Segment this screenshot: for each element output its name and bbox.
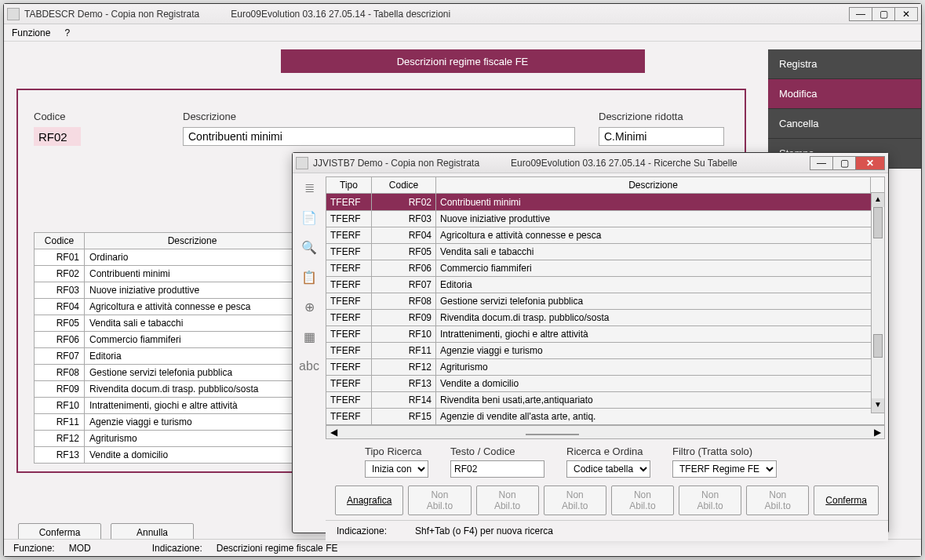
minimize-button[interactable]: — (849, 7, 872, 21)
th-descr: Descrizione (85, 233, 300, 249)
tool-icon-0[interactable]: ≣ (300, 178, 319, 197)
table-row[interactable]: RF06Commercio fiammiferi (35, 332, 300, 348)
grid-row[interactable]: TFERFRF14Rivendita beni usati,arte,antiq… (326, 392, 885, 409)
label-ordina: Ricerca e Ordina (566, 445, 650, 457)
table-row[interactable]: RF10Intrattenimenti, giochi e altre atti… (35, 398, 300, 414)
non-abil-6: Non Abil.to (746, 485, 809, 515)
grid-row[interactable]: TFERFRF03Nuove iniziative produttive (326, 211, 885, 227)
maximize-button[interactable]: ▢ (872, 7, 895, 21)
lookup-grid[interactable]: Tipo Codice Descrizione TFERFRF02Contrib… (326, 176, 885, 439)
tool-icon-2[interactable]: 🔍 (300, 238, 319, 256)
select-ordina[interactable]: Codice tabella (566, 460, 650, 478)
lookup-button-row: Anagrafica Non Abil.to Non Abil.to Non A… (326, 481, 888, 520)
grid-row[interactable]: TFERFRF02Contribuenti minimi (326, 194, 885, 211)
hint-text: Shf+Tab (o F4) per nuova ricerca (415, 525, 553, 536)
action-modifica[interactable]: Modifica (768, 79, 921, 109)
tool-icon-column: ≣📄🔍📋⊕▦abc (293, 173, 326, 533)
tool-icon-3[interactable]: 📋 (300, 267, 319, 286)
main-titlebar: TABDESCR Demo - Copia non Registrata Eur… (4, 4, 921, 24)
grid-row[interactable]: TFERFRF08Gestione servizi telefonia pubb… (326, 293, 885, 310)
lookup-title-b: Euro09Evolution 03.16 27.05.14 - Ricerch… (511, 158, 737, 169)
th-codice: Codice (35, 233, 85, 249)
tool-icon-4[interactable]: ⊕ (300, 297, 319, 316)
action-cancella[interactable]: Cancella (768, 109, 921, 139)
lookup-titlebar: JJVISTB7 Demo - Copia non Registrata Eur… (293, 153, 888, 173)
horizontal-scrollbar[interactable]: ◀ ▶ (326, 425, 885, 439)
gh-descr: Descrizione (436, 177, 871, 194)
status-ind: Descrizioni regime fiscale FE (217, 543, 338, 554)
label-tipo-ricerca: Tipo Ricerca (365, 445, 428, 457)
table-row[interactable]: RF07Editoria (35, 348, 300, 365)
search-row: Tipo Ricerca Inizia con Testo / Codice R… (326, 439, 888, 481)
grid-row[interactable]: TFERFRF11Agenzie viaggi e turismo (326, 343, 885, 359)
tool-icon-5[interactable]: ▦ (300, 327, 319, 346)
code-table[interactable]: Codice Descrizione RF01OrdinarioRF02Cont… (34, 232, 300, 464)
menu-bar: Funzione ? (4, 24, 921, 42)
non-abil-1: Non Abil.to (408, 485, 471, 515)
menu-help[interactable]: ? (58, 26, 76, 40)
gh-codice: Codice (372, 177, 436, 194)
grid-row[interactable]: TFERFRF10Intrattenimenti, giochi e altre… (326, 326, 885, 343)
non-abil-2: Non Abil.to (476, 485, 539, 515)
scroll-thumb2[interactable] (873, 334, 883, 358)
menu-funzione[interactable]: Funzione (5, 26, 56, 40)
table-row[interactable]: RF02Contribuenti minimi (35, 266, 300, 282)
table-row[interactable]: RF09Rivendita docum.di trasp. pubblico/s… (35, 381, 300, 398)
non-abil-5: Non Abil.to (679, 485, 741, 515)
anagrafica-button[interactable]: Anagrafica (335, 485, 403, 515)
status-funz: MOD (69, 543, 91, 554)
select-tipo-ricerca[interactable]: Inizia con (365, 460, 428, 478)
lookup-app-icon (296, 157, 308, 169)
field-codice[interactable]: RF02 (34, 127, 81, 146)
table-row[interactable]: RF12Agriturismo (35, 431, 300, 447)
status-bar: Funzione: MOD Indicazione: Descrizioni r… (4, 539, 921, 556)
table-row[interactable]: RF01Ordinario (35, 249, 300, 266)
grid-row[interactable]: TFERFRF09Rivendita docum.di trasp. pubbl… (326, 310, 885, 326)
hint-bar: Indicazione: Shf+Tab (o F4) per nuova ri… (326, 520, 888, 541)
table-row[interactable]: RF08Gestione servizi telefonia pubblica (35, 365, 300, 381)
hint-label: Indicazione: (337, 525, 387, 536)
label-codice: Codice (34, 111, 175, 122)
input-testo[interactable] (450, 460, 544, 478)
lookup-minimize-button[interactable]: — (810, 156, 833, 170)
table-row[interactable]: RF03Nuove iniziative produttive (35, 282, 300, 299)
table-row[interactable]: RF13Vendite a domicilio (35, 447, 300, 464)
lookup-maximize-button[interactable]: ▢ (832, 156, 856, 170)
app-icon (7, 8, 20, 20)
grid-row[interactable]: TFERFRF04Agricoltura e attività connesse… (326, 227, 885, 244)
gh-tipo: Tipo (326, 177, 372, 194)
scroll-thumb[interactable] (873, 207, 883, 238)
title-b: Euro09Evolution 03.16 27.05.14 - Tabella… (231, 9, 450, 20)
hscroll-thumb[interactable] (526, 434, 579, 435)
table-row[interactable]: RF05Vendita sali e tabacchi (35, 315, 300, 332)
grid-row[interactable]: TFERFRF15Agenzie di vendite all'asta art… (326, 409, 885, 425)
table-row[interactable]: RF11Agenzie viaggi e turismo (35, 414, 300, 431)
grid-row[interactable]: TFERFRF06Commercio fiammiferi (326, 260, 885, 277)
tool-icon-6[interactable]: abc (300, 357, 319, 376)
scroll-up-icon[interactable]: ▲ (872, 193, 884, 207)
lookup-conferma-button[interactable]: Conferma (814, 485, 879, 515)
label-testo: Testo / Codice (450, 445, 544, 457)
side-actions: Registra Modifica Cancella Stampa (768, 49, 921, 169)
scroll-down-icon[interactable]: ▼ (872, 398, 884, 413)
tool-icon-1[interactable]: 📄 (300, 208, 319, 227)
label-descrizione: Descrizione (183, 111, 591, 122)
title-a: TABDESCR Demo - Copia non Registrata (24, 9, 199, 20)
lookup-close-button[interactable]: ✕ (855, 156, 885, 170)
grid-row[interactable]: TFERFRF05Vendita sali e tabacchi (326, 244, 885, 260)
grid-row[interactable]: TFERFRF12Agriturismo (326, 359, 885, 376)
lookup-window: JJVISTB7 Demo - Copia non Registrata Eur… (292, 152, 889, 533)
select-filtro[interactable]: TFERF Regime FE (672, 460, 777, 478)
vertical-scrollbar[interactable]: ▲ ▼ (871, 192, 885, 413)
grid-row[interactable]: TFERFRF13Vendite a domicilio (326, 376, 885, 392)
close-button[interactable]: ✕ (894, 7, 918, 21)
status-funz-label: Funzione: (13, 543, 55, 554)
page-banner: Descrizioni regime fiscale FE (281, 49, 645, 73)
action-registra[interactable]: Registra (768, 49, 921, 79)
grid-row[interactable]: TFERFRF07Editoria (326, 277, 885, 293)
field-descrizione[interactable] (183, 127, 575, 146)
lookup-title-a: JJVISTB7 Demo - Copia non Registrata (313, 158, 479, 169)
field-descr-ridotta[interactable] (599, 127, 724, 146)
label-filtro: Filtro (Tratta solo) (672, 445, 777, 457)
table-row[interactable]: RF04Agricoltura e attività connesse e pe… (35, 299, 300, 315)
